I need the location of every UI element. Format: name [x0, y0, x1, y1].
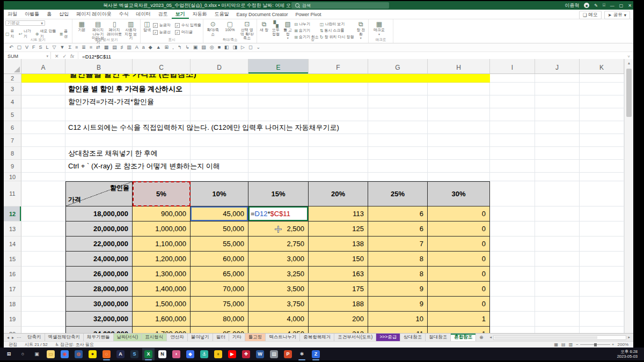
grid-cell[interactable] — [248, 160, 309, 173]
notion-icon[interactable]: N — [156, 348, 169, 360]
price-cell[interactable]: 22,000,000 — [65, 237, 133, 252]
more-icon[interactable]: ⌄ — [257, 45, 261, 50]
grid-cell[interactable] — [133, 108, 191, 121]
row-header-19[interactable]: 19 — [4, 312, 21, 327]
grid-cell[interactable] — [580, 252, 624, 267]
menu-tab[interactable]: 홈 — [43, 10, 55, 19]
price-cell[interactable]: 18,000,000 — [65, 206, 133, 221]
scroll-up-icon[interactable]: ▲ — [625, 59, 633, 67]
arrange-all-button[interactable]: ▚모두 정렬 — [270, 20, 281, 36]
zoom-100-button[interactable]: ▢100% — [222, 20, 238, 32]
grid-cell[interactable] — [21, 95, 65, 108]
grid-cell[interactable] — [490, 173, 535, 181]
grid-cell[interactable] — [535, 108, 580, 121]
sheet-tab[interactable]: 채우기핸들 — [84, 334, 114, 341]
synchronous-scrolling-button[interactable]: ⇅동시 스크롤 — [320, 28, 354, 33]
grid-cell[interactable] — [580, 83, 624, 95]
grid-cell[interactable] — [309, 173, 368, 181]
table-cell[interactable]: 163 — [309, 267, 368, 282]
menu-tab[interactable]: 보기 — [172, 10, 189, 19]
grid-cell[interactable] — [21, 74, 65, 83]
grid-cell[interactable] — [535, 121, 580, 134]
table-cell[interactable]: 9 — [368, 282, 428, 297]
sheet-tab[interactable]: 절대참조 — [426, 334, 451, 341]
table-cell[interactable]: 1,000,000 — [133, 221, 191, 237]
grid-cell[interactable] — [490, 74, 535, 83]
clipboard-icon[interactable]: ▢ — [17, 45, 22, 50]
table-cell[interactable]: 1,600,000 — [133, 312, 191, 327]
price-cell[interactable]: 20,000,000 — [65, 221, 133, 237]
grid-cell[interactable] — [490, 160, 535, 173]
price-cell[interactable]: 34,000,000 — [65, 327, 133, 333]
zoom-button[interactable]: ⊙확대/축소 — [205, 20, 221, 36]
table-cell[interactable]: 1 — [428, 327, 490, 333]
excel-icon[interactable]: X — [142, 348, 155, 360]
table-cell[interactable]: 125 — [309, 221, 368, 237]
sheet-tab[interactable]: 표시형식 — [142, 334, 167, 341]
menu-tab[interactable]: 도움말 — [211, 10, 233, 19]
grid-cell[interactable] — [21, 147, 65, 160]
zoom-in-icon[interactable]: + — [612, 342, 614, 347]
grid-cell[interactable] — [490, 267, 535, 282]
table-cell[interactable]: 8 — [368, 267, 428, 282]
grid-cell[interactable] — [490, 83, 535, 95]
sheet-tab[interactable]: 연산자 — [167, 334, 188, 341]
grid-cell[interactable] — [580, 221, 624, 237]
sheet-nav-right-icon[interactable]: ▸ — [12, 335, 14, 340]
ribbon-display-icon[interactable]: ⌸ — [603, 3, 605, 8]
grid-cell[interactable] — [490, 252, 535, 267]
row-header-10[interactable]: 10 — [4, 173, 21, 181]
table-cell[interactable]: 3,000 — [248, 252, 309, 267]
grid-cell[interactable] — [309, 74, 368, 83]
grid-cell[interactable] — [535, 147, 580, 160]
hscroll-right-icon[interactable]: ▸ — [628, 335, 630, 339]
grid-cell[interactable] — [65, 134, 133, 147]
font-shrink-icon[interactable]: a — [142, 45, 145, 50]
row-header-11[interactable]: 11 — [4, 181, 21, 206]
browser-icon[interactable]: ◍ — [72, 348, 85, 360]
grid-cell[interactable] — [248, 173, 309, 181]
page-layout-button[interactable]: ▯페이지 레이아웃 — [107, 20, 122, 36]
sheet-tab[interactable]: 날짜(서식) — [114, 334, 142, 341]
sheet-view-dropdown[interactable]: 기본값▾ — [5, 20, 45, 26]
menu-tab[interactable]: 아벨틀 — [21, 10, 43, 19]
insert-function-button[interactable]: fx — [70, 54, 74, 59]
price-cell[interactable]: 28,000,000 — [65, 282, 133, 297]
table-cell[interactable]: 45,000 — [191, 206, 248, 221]
grid-cell[interactable] — [535, 282, 580, 297]
document-title[interactable]: 복사본 엑셀교육자료_v2023_05_수업전(실습)_0.xlsx • 마지막… — [103, 1, 311, 10]
grid-cell[interactable] — [580, 206, 624, 221]
row-header-16[interactable]: 16 — [4, 267, 21, 282]
grid-cell[interactable] — [368, 147, 428, 160]
chart-icon[interactable]: ■ — [218, 45, 221, 50]
grid-cell[interactable] — [21, 108, 65, 121]
settings-gear-icon[interactable]: ✱ — [296, 348, 308, 360]
grid-cell[interactable] — [191, 134, 248, 147]
macro-f-icon[interactable]: F — [32, 45, 35, 50]
grid-cell[interactable] — [580, 95, 624, 108]
zoom-app-icon[interactable]: Z — [310, 348, 322, 360]
navigation-button[interactable]: ◫탐색 — [142, 20, 152, 32]
paint-icon[interactable]: ◗ — [170, 348, 182, 360]
table-cell[interactable]: 213 — [309, 327, 368, 333]
grid-cell[interactable] — [490, 134, 535, 147]
sheet-tab[interactable]: 기타 — [229, 334, 245, 341]
grid-cell[interactable] — [309, 147, 368, 160]
row-header-6[interactable]: 6 — [4, 121, 21, 134]
accessibility-status[interactable]: ♿ 접근성: 조사 필요 — [55, 342, 94, 348]
sheet-tab[interactable]: 혼합참조 — [451, 334, 476, 341]
menu-tab[interactable]: 자동화 — [189, 10, 211, 19]
table-cell[interactable]: 150 — [309, 252, 368, 267]
table-cell[interactable]: 11 — [368, 327, 428, 333]
grid-cell[interactable] — [490, 282, 535, 297]
table-cell[interactable]: 8 — [368, 252, 428, 267]
table-cell[interactable]: 0 — [428, 221, 490, 237]
column-header-F[interactable]: F — [309, 59, 368, 73]
row-header-15[interactable]: 15 — [4, 252, 21, 267]
new-window-button[interactable]: ⧉새 창 — [259, 20, 269, 32]
show-checkbox[interactable]: ✓수식 입력줄 — [175, 23, 201, 28]
grid-cell[interactable] — [580, 327, 624, 333]
table-cell[interactable]: 1,100,000 — [133, 237, 191, 252]
zoom-level[interactable]: 200% — [618, 342, 628, 347]
word-icon[interactable]: W — [254, 348, 266, 360]
